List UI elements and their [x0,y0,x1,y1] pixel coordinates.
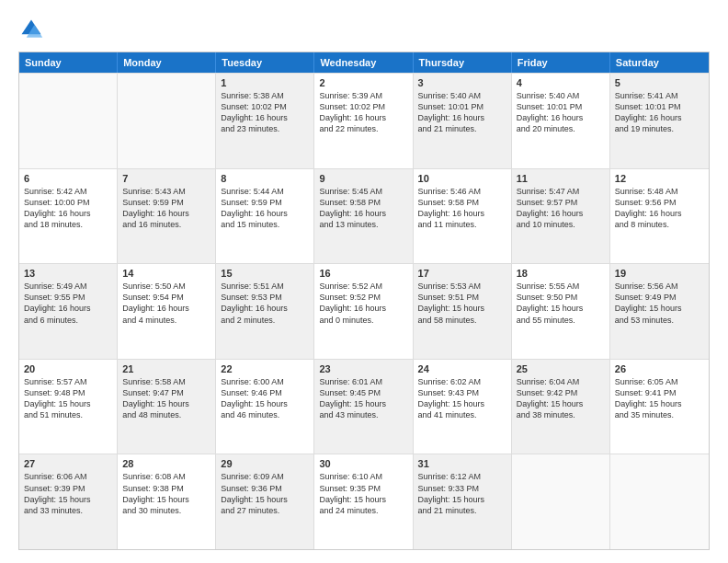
cell-line: Daylight: 15 hours [615,398,704,409]
day-number: 12 [615,173,704,184]
cell-line: Sunset: 9:48 PM [24,387,112,398]
cell-line: and 13 minutes. [319,219,407,230]
cell-line: Sunrise: 5:44 AM [221,186,309,197]
header-day: Tuesday [216,52,314,73]
cell-line: Sunrise: 5:38 AM [221,90,309,101]
cell-line: Sunset: 9:36 PM [221,483,309,494]
day-number: 10 [418,173,506,184]
day-number: 28 [122,458,210,469]
calendar-cell: 16Sunrise: 5:52 AMSunset: 9:52 PMDayligh… [314,264,413,359]
cell-line: Daylight: 16 hours [517,208,605,219]
cell-line: Sunrise: 5:50 AM [122,281,210,292]
day-number: 9 [319,173,407,184]
cell-line: Sunset: 9:47 PM [122,387,210,398]
day-number: 7 [122,173,210,184]
cell-line: Sunrise: 6:08 AM [122,471,210,482]
cell-line: and 10 minutes. [517,219,605,230]
calendar-cell: 1Sunrise: 5:38 AMSunset: 10:02 PMDayligh… [216,74,314,168]
calendar-row: 20Sunrise: 5:57 AMSunset: 9:48 PMDayligh… [19,359,709,454]
cell-line: and 58 minutes. [418,315,506,326]
cell-line: and 27 minutes. [221,505,309,516]
calendar-cell [19,74,118,168]
calendar-cell: 15Sunrise: 5:51 AMSunset: 9:53 PMDayligh… [216,264,314,359]
cell-line: Daylight: 16 hours [122,303,210,314]
calendar-cell: 30Sunrise: 6:10 AMSunset: 9:35 PMDayligh… [314,454,413,549]
calendar-row: 27Sunrise: 6:06 AMSunset: 9:39 PMDayligh… [19,454,709,549]
cell-line: Sunset: 9:50 PM [517,292,605,303]
cell-line: Sunset: 9:51 PM [418,292,506,303]
calendar-cell: 28Sunrise: 6:08 AMSunset: 9:38 PMDayligh… [118,454,216,549]
calendar-cell: 8Sunrise: 5:44 AMSunset: 9:59 PMDaylight… [216,169,314,264]
cell-line: Daylight: 15 hours [221,398,309,409]
day-number: 30 [319,458,407,469]
cell-line: and 21 minutes. [418,123,506,134]
calendar-cell [512,454,610,549]
cell-line: and 8 minutes. [615,219,704,230]
cell-line: and 18 minutes. [24,219,112,230]
cell-line: Daylight: 15 hours [319,398,407,409]
day-number: 16 [319,268,407,279]
cell-line: Sunset: 10:02 PM [221,101,309,112]
calendar-cell: 18Sunrise: 5:55 AMSunset: 9:50 PMDayligh… [512,264,610,359]
cell-line: Sunset: 10:01 PM [517,101,605,112]
cell-line: Sunset: 9:57 PM [517,197,605,208]
cell-line: Daylight: 16 hours [221,208,309,219]
cell-line: Sunset: 9:59 PM [122,197,210,208]
calendar-cell: 19Sunrise: 5:56 AMSunset: 9:49 PMDayligh… [610,264,709,359]
cell-line: Sunset: 9:39 PM [24,483,112,494]
cell-line: Sunrise: 5:52 AM [319,281,407,292]
calendar-cell: 29Sunrise: 6:09 AMSunset: 9:36 PMDayligh… [216,454,314,549]
day-number: 1 [221,77,309,88]
cell-line: Daylight: 15 hours [615,303,704,314]
cell-line: and 11 minutes. [418,219,506,230]
calendar-cell: 12Sunrise: 5:48 AMSunset: 9:56 PMDayligh… [610,169,709,264]
day-number: 26 [615,363,704,374]
day-number: 18 [517,268,605,279]
day-number: 14 [122,268,210,279]
calendar-cell: 6Sunrise: 5:42 AMSunset: 10:00 PMDayligh… [19,169,118,264]
calendar-cell: 23Sunrise: 6:01 AMSunset: 9:45 PMDayligh… [314,360,413,454]
cell-line: Daylight: 16 hours [418,208,506,219]
day-number: 5 [615,77,704,88]
day-number: 25 [517,363,605,374]
header-day: Monday [118,52,216,73]
cell-line: Sunrise: 5:39 AM [319,90,407,101]
cell-line: and 22 minutes. [319,123,407,134]
day-number: 2 [319,77,407,88]
cell-line: and 4 minutes. [122,315,210,326]
cell-line: Sunset: 9:49 PM [615,292,704,303]
day-number: 3 [418,77,506,88]
cell-line: Daylight: 15 hours [122,494,210,505]
calendar-header: SundayMondayTuesdayWednesdayThursdayFrid… [19,52,709,73]
logo-icon [18,17,44,42]
day-number: 11 [517,173,605,184]
cell-line: Sunset: 9:45 PM [319,387,407,398]
cell-line: and 53 minutes. [615,315,704,326]
cell-line: Sunrise: 6:00 AM [221,376,309,387]
header [18,17,710,42]
day-number: 20 [24,363,112,374]
day-number: 19 [615,268,704,279]
cell-line: Daylight: 15 hours [24,494,112,505]
cell-line: Sunset: 9:42 PM [517,387,605,398]
cell-line: Sunset: 9:59 PM [221,197,309,208]
cell-line: Sunset: 9:33 PM [418,483,506,494]
calendar-cell: 21Sunrise: 5:58 AMSunset: 9:47 PMDayligh… [118,360,216,454]
calendar-cell: 24Sunrise: 6:02 AMSunset: 9:43 PMDayligh… [414,360,512,454]
cell-line: Daylight: 16 hours [24,208,112,219]
cell-line: Sunset: 9:55 PM [24,292,112,303]
cell-line: Daylight: 16 hours [221,112,309,123]
calendar-cell: 13Sunrise: 5:49 AMSunset: 9:55 PMDayligh… [19,264,118,359]
cell-line: Sunrise: 6:06 AM [24,471,112,482]
cell-line: Sunset: 9:58 PM [319,197,407,208]
day-number: 23 [319,363,407,374]
calendar-cell: 14Sunrise: 5:50 AMSunset: 9:54 PMDayligh… [118,264,216,359]
day-number: 29 [221,458,309,469]
cell-line: and 43 minutes. [319,409,407,420]
cell-line: Daylight: 15 hours [319,494,407,505]
cell-line: and 23 minutes. [221,123,309,134]
cell-line: Daylight: 15 hours [418,398,506,409]
calendar-cell: 3Sunrise: 5:40 AMSunset: 10:01 PMDayligh… [414,74,512,168]
calendar-cell: 5Sunrise: 5:41 AMSunset: 10:01 PMDayligh… [610,74,709,168]
header-day: Saturday [610,52,709,73]
